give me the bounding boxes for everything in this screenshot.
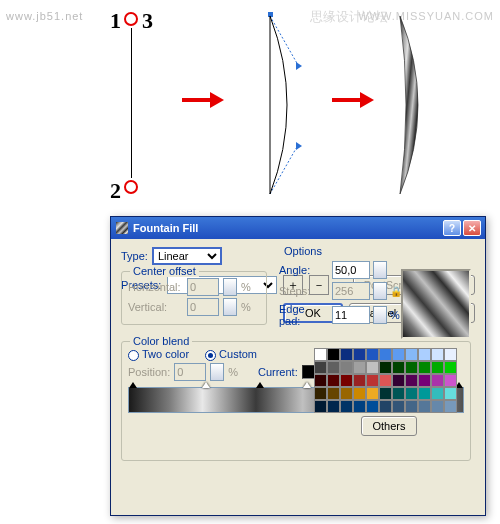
palette-swatch[interactable]	[392, 348, 405, 361]
help-titlebar-button[interactable]: ?	[443, 220, 461, 236]
angle-input[interactable]	[332, 261, 370, 279]
palette-swatch[interactable]	[314, 361, 327, 374]
two-color-radio[interactable]: Two color	[128, 348, 189, 361]
palette-swatch[interactable]	[314, 400, 327, 413]
palette-swatch[interactable]	[327, 374, 340, 387]
palette-swatch[interactable]	[353, 387, 366, 400]
others-button[interactable]: Others	[361, 416, 416, 436]
marker-start[interactable]	[129, 382, 137, 388]
position-label: Position:	[128, 366, 170, 378]
steps-spinner	[373, 282, 387, 300]
palette-swatch[interactable]	[405, 387, 418, 400]
edge-input[interactable]	[332, 306, 370, 324]
palette-swatch[interactable]	[327, 400, 340, 413]
palette-swatch[interactable]	[431, 400, 444, 413]
palette-swatch[interactable]	[327, 348, 340, 361]
endpoint-1	[124, 12, 138, 26]
palette-swatch[interactable]	[444, 374, 457, 387]
palette-swatch[interactable]	[314, 387, 327, 400]
palette-swatch[interactable]	[444, 361, 457, 374]
current-label: Current:	[258, 366, 298, 378]
palette-swatch[interactable]	[340, 400, 353, 413]
palette-swatch[interactable]	[405, 400, 418, 413]
position-unit: %	[228, 366, 238, 378]
marker-3[interactable]	[256, 382, 264, 388]
palette-swatch[interactable]	[418, 361, 431, 374]
palette-swatch[interactable]	[366, 400, 379, 413]
gradient-preview[interactable]	[401, 269, 471, 339]
palette-swatch[interactable]	[327, 387, 340, 400]
edge-label: Edge pad:	[279, 303, 329, 327]
dialog-title: Fountain Fill	[133, 222, 198, 234]
palette-swatch[interactable]	[379, 348, 392, 361]
palette-swatch[interactable]	[366, 387, 379, 400]
palette-swatch[interactable]	[353, 361, 366, 374]
palette-swatch[interactable]	[418, 400, 431, 413]
vertical-line	[131, 28, 132, 178]
palette-swatch[interactable]	[392, 361, 405, 374]
type-label: Type:	[121, 250, 148, 262]
palette-swatch[interactable]	[444, 387, 457, 400]
marker-2[interactable]	[202, 382, 210, 388]
palette-swatch[interactable]	[431, 374, 444, 387]
steps-label: Steps:	[279, 285, 329, 297]
position-input	[174, 363, 206, 381]
bow-curve-editing	[240, 10, 310, 200]
type-select[interactable]: Linear	[152, 247, 222, 265]
marker-4[interactable]	[303, 382, 311, 388]
palette-swatch[interactable]	[431, 348, 444, 361]
close-button[interactable]: ✕	[463, 220, 481, 236]
filled-blade	[390, 10, 440, 200]
palette-swatch[interactable]	[340, 348, 353, 361]
palette-swatch[interactable]	[340, 374, 353, 387]
palette-swatch[interactable]	[379, 400, 392, 413]
color-palette[interactable]	[314, 348, 464, 413]
svg-marker-1	[210, 92, 224, 108]
palette-swatch[interactable]	[392, 387, 405, 400]
palette-swatch[interactable]	[418, 348, 431, 361]
palette-swatch[interactable]	[405, 348, 418, 361]
horizontal-label: Horizontal:	[128, 281, 183, 293]
palette-swatch[interactable]	[405, 374, 418, 387]
palette-swatch[interactable]	[418, 374, 431, 387]
vertical-unit: %	[241, 301, 251, 313]
palette-swatch[interactable]	[327, 361, 340, 374]
vertical-label: Vertical:	[128, 301, 183, 313]
palette-swatch[interactable]	[418, 387, 431, 400]
palette-swatch[interactable]	[379, 361, 392, 374]
palette-swatch[interactable]	[353, 400, 366, 413]
palette-swatch[interactable]	[366, 361, 379, 374]
angle-label: Angle:	[279, 264, 329, 276]
color-blend-legend: Color blend	[130, 335, 192, 347]
palette-swatch[interactable]	[392, 400, 405, 413]
svg-line-3	[270, 16, 298, 65]
point-2-label: 2	[110, 178, 121, 204]
svg-marker-9	[360, 92, 374, 108]
point-3-label: 3	[142, 8, 153, 34]
palette-swatch[interactable]	[366, 348, 379, 361]
palette-swatch[interactable]	[431, 387, 444, 400]
angle-spinner[interactable]	[373, 261, 387, 279]
endpoint-2	[124, 180, 138, 194]
edge-spinner[interactable]	[373, 306, 387, 324]
palette-swatch[interactable]	[340, 387, 353, 400]
palette-swatch[interactable]	[444, 348, 457, 361]
palette-swatch[interactable]	[340, 361, 353, 374]
svg-marker-6	[296, 142, 302, 150]
palette-swatch[interactable]	[379, 374, 392, 387]
palette-swatch[interactable]	[353, 348, 366, 361]
palette-swatch[interactable]	[314, 374, 327, 387]
palette-swatch[interactable]	[314, 348, 327, 361]
custom-radio[interactable]: Custom	[205, 348, 257, 361]
titlebar[interactable]: Fountain Fill ? ✕	[111, 217, 485, 239]
palette-swatch[interactable]	[444, 400, 457, 413]
palette-swatch[interactable]	[392, 374, 405, 387]
palette-swatch[interactable]	[405, 361, 418, 374]
palette-swatch[interactable]	[366, 374, 379, 387]
palette-swatch[interactable]	[431, 361, 444, 374]
steps-input	[332, 282, 370, 300]
palette-swatch[interactable]	[353, 374, 366, 387]
palette-swatch[interactable]	[379, 387, 392, 400]
point-1-label: 1	[110, 8, 121, 34]
horizontal-unit: %	[241, 281, 251, 293]
